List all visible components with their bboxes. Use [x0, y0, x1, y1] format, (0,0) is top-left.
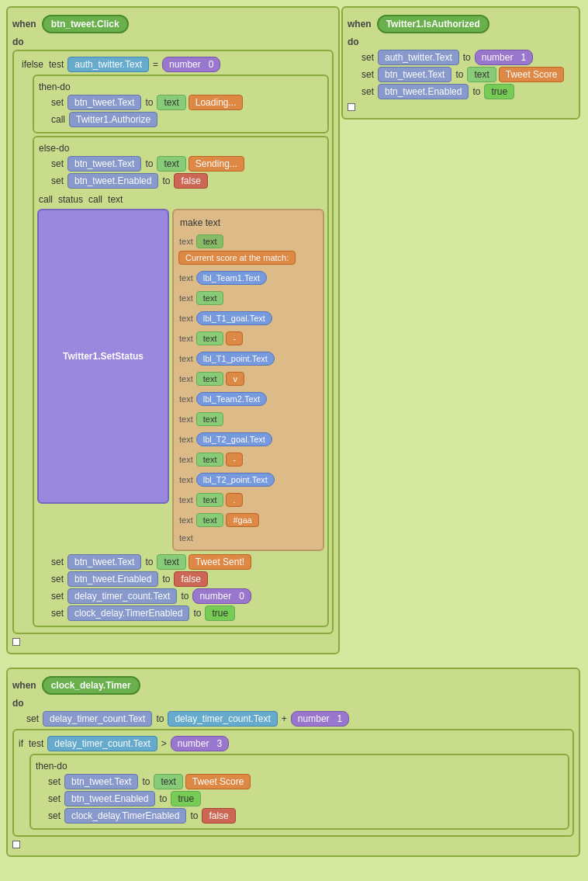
set-btn-tweet-enabled-true-b2: set btn_tweet.Enabled to true	[360, 84, 574, 99]
text-lbl-1: text	[157, 95, 185, 110]
when-label-2: when	[348, 19, 372, 29]
false-val-1: false	[174, 173, 207, 189]
dot-label: .	[226, 493, 242, 507]
text-lbl-2: text	[157, 156, 185, 172]
to-lbl-b3-1: to	[156, 713, 164, 724]
text-tag-9: text	[179, 354, 193, 363]
lbl-team1[interactable]: lbl_Team1.Text	[196, 271, 267, 285]
set-btn-tweet-score-b3: set btn_tweet.Text to text Tweet Score	[47, 774, 565, 789]
lbl-t1-goal[interactable]: lbl_T1_goal.Text	[196, 311, 272, 325]
set-lbl-5: set	[51, 574, 64, 584]
set-lbl-1: set	[51, 97, 64, 108]
trigger-btn-tweet[interactable]: btn_tweet.Click	[42, 15, 129, 33]
lbl-t1-point[interactable]: lbl_T1_point.Text	[196, 352, 275, 366]
trigger-clock-delay[interactable]: clock_delay.Timer	[42, 676, 140, 695]
if-lbl-b3: if	[19, 738, 23, 749]
to-lbl-b3-4: to	[190, 810, 198, 821]
text-tag-17: text	[196, 453, 224, 467]
true-val-b2: true	[484, 84, 514, 99]
btn-tweet-text-b3[interactable]: btn_tweet.Text	[64, 774, 138, 789]
to-lbl-1: to	[145, 97, 153, 108]
set-lbl-4: set	[51, 557, 64, 567]
when-label-3: when	[12, 680, 36, 691]
to-lbl-2: to	[145, 158, 153, 169]
btn-tweet-text-3[interactable]: btn_tweet.Text	[67, 554, 141, 570]
btn-tweet-enabled-b2[interactable]: btn_tweet.Enabled	[378, 84, 469, 99]
test-lbl-b3: test	[29, 738, 43, 749]
to-lbl-b3-3: to	[159, 793, 167, 804]
auth-twitter-b2[interactable]: auth_twitter.Text	[378, 50, 459, 65]
set-lbl-6: set	[51, 591, 64, 602]
text-tag-10: text	[179, 374, 193, 383]
text-tag-14: text	[196, 412, 224, 426]
delay-timer-count-1[interactable]: delay_timer_count.Text	[67, 588, 177, 604]
set-lbl-b3-2: set	[48, 776, 61, 787]
number-1-b2: number 1	[475, 50, 533, 65]
delay-timer-text-b3-2[interactable]: delay_timer_count.Text	[168, 711, 277, 727]
text-tag-2: text	[196, 234, 224, 248]
text-tag-18: text	[179, 475, 193, 484]
text-tag-3: text	[179, 273, 193, 283]
set-lbl-b3-4: set	[48, 810, 61, 821]
btn-tweet-enabled-1[interactable]: btn_tweet.Enabled	[67, 173, 158, 189]
to-lbl-b2-3: to	[472, 86, 480, 97]
collapse-checkbox-1[interactable]	[12, 638, 20, 646]
current-score-text: Current score at the match:	[178, 251, 296, 265]
hashtag-val: #gaa	[226, 513, 258, 527]
text-lbl-4: text	[157, 554, 185, 570]
btn-tweet-text-2[interactable]: btn_tweet.Text	[67, 156, 141, 172]
set-auth-text-1: set auth_twitter.Text to number 1	[360, 50, 574, 65]
collapse-checkbox-3[interactable]	[12, 841, 20, 848]
set-clock-enabled-false-b3: set clock_delay.TimerEnabled to false	[47, 808, 565, 824]
btn-tweet-text-b2[interactable]: btn_tweet.Text	[378, 67, 451, 82]
btn-tweet-text-1[interactable]: btn_tweet.Text	[67, 95, 141, 110]
text-lbl-b2: text	[467, 67, 496, 82]
block-clock-delay-timer: when clock_delay.Timer do set delay_time…	[6, 668, 580, 857]
text-tag-20: text	[196, 493, 224, 507]
auth-twitter-text-1[interactable]: auth_twitter.Text	[67, 57, 149, 72]
text-lbl-b3: text	[154, 774, 182, 789]
set-clock-enabled-true: set clock_delay.TimerEnabled to true	[50, 605, 324, 621]
text-tag-11: text	[196, 372, 224, 386]
text-tag-8: text	[196, 331, 224, 345]
status-lbl: status	[58, 194, 83, 205]
do-label-3: do	[12, 698, 24, 709]
twitter-setstatus-block[interactable]: Twitter1.SetStatus	[37, 209, 169, 504]
lbl-t2-point[interactable]: lbl_T2_point.Text	[196, 473, 275, 487]
set-btn-tweet-sending: set btn_tweet.Text to text Sending...	[50, 156, 324, 172]
set-btn-tweet-enabled-true-b3: set btn_tweet.Enabled to true	[47, 791, 565, 806]
btn-tweet-enabled-b3[interactable]: btn_tweet.Enabled	[64, 791, 155, 806]
delay-timer-text-b3[interactable]: delay_timer_count.Text	[43, 711, 152, 727]
else-do-label-1: else-do	[39, 143, 69, 154]
sending-val: Sending...	[189, 156, 244, 172]
do-label-1: do	[12, 36, 24, 47]
trigger-twitter-auth[interactable]: Twitter1.IsAuthorized	[377, 15, 489, 33]
true-val-b3: true	[171, 791, 201, 806]
set-btn-tweet-enabled-false-2: set btn_tweet.Enabled to false	[50, 571, 324, 587]
twitter-authorize[interactable]: Twitter1.Authorize	[69, 112, 157, 127]
text-tag-22: text	[196, 513, 224, 527]
text-tag-19: text	[179, 495, 193, 505]
delay-timer-test-b3[interactable]: delay_timer_count.Text	[47, 736, 157, 751]
clock-delay-enabled-1[interactable]: clock_delay.TimerEnabled	[67, 605, 189, 621]
btn-tweet-enabled-2[interactable]: btn_tweet.Enabled	[67, 571, 158, 587]
number-label-0: number 0	[162, 57, 220, 72]
lbl-team2[interactable]: lbl_Team2.Text	[196, 392, 267, 406]
else-do-block-1: else-do set btn_tweet.Text to text Sendi…	[33, 136, 329, 627]
collapse-checkbox-2[interactable]	[348, 103, 355, 111]
set-lbl-2: set	[51, 158, 64, 169]
false-val-2: false	[174, 571, 207, 587]
tweet-sent-val: Tweet Sent!	[189, 554, 251, 570]
number-1-b3: number 1	[291, 711, 349, 727]
dash-1: -	[226, 331, 243, 345]
set-lbl-b3-1: set	[26, 713, 39, 724]
set-btn-tweet-score-b2: set btn_tweet.Text to text Tweet Score	[360, 67, 574, 82]
ifelse-label: ifelse	[22, 59, 43, 70]
then-do-block-1: then-do set btn_tweet.Text to text Loadi…	[33, 75, 329, 134]
set-lbl-b2-3: set	[361, 86, 374, 97]
number-0: number 0	[192, 588, 251, 604]
tweet-score-b3: Tweet Score	[185, 774, 251, 789]
lbl-t2-goal[interactable]: lbl_T2_goal.Text	[196, 432, 272, 446]
text-tag-6: text	[179, 314, 193, 323]
clock-delay-enabled-b3[interactable]: clock_delay.TimerEnabled	[64, 808, 186, 824]
